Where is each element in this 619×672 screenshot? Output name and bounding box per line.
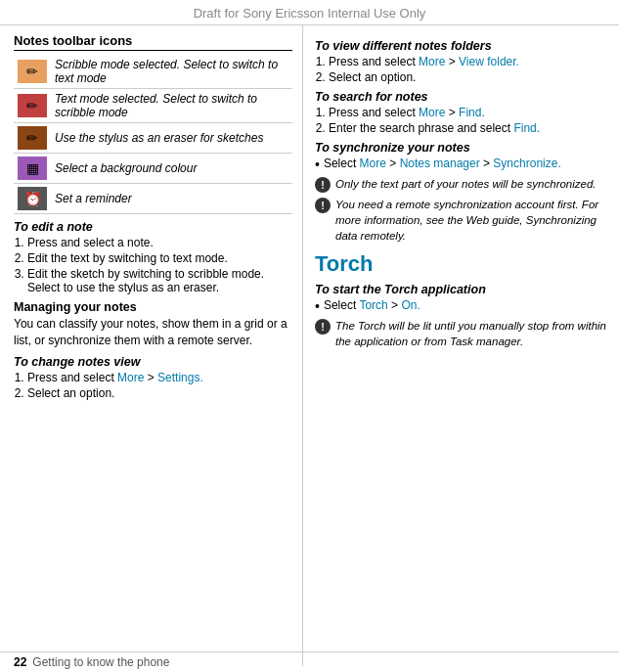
toolbar-row: ✏ Text mode selected. Select to switch t… <box>14 89 292 123</box>
edit-step-0: Press and select a note. <box>27 236 292 249</box>
warning-icon-2: ! <box>315 198 331 213</box>
sync-bullet-row: • Select More > Notes manager > Synchron… <box>315 157 609 173</box>
edit-step-1: Edit the text by switching to text mode. <box>27 251 292 265</box>
torch-bullet-row: • Select Torch > On. <box>315 298 609 315</box>
torch-heading: Torch <box>315 251 609 277</box>
torch-bullet-dot: • <box>315 298 320 315</box>
view-step-0: Press and select More > View folder. <box>329 55 609 68</box>
more-settings-link: More <box>117 371 144 384</box>
warning-icon-1: ! <box>315 177 331 193</box>
toolbar-section-title: Notes toolbar icons <box>14 33 292 51</box>
view-folders-heading: To view different notes folders <box>315 39 609 53</box>
toolbar-icon-0: ✏ <box>18 60 47 83</box>
torch-start-heading: To start the Torch application <box>315 283 609 296</box>
toolbar-desc-4: Set a reminder <box>51 184 292 214</box>
managing-body: You can classify your notes, show them i… <box>14 316 292 349</box>
main-layout: Notes toolbar icons ✏ Scribble mode sele… <box>0 25 619 666</box>
toolbar-table: ✏ Scribble mode selected. Select to swit… <box>14 55 292 214</box>
torch-bullet-text: Select Torch > On. <box>324 298 420 312</box>
toolbar-icon-4: ⏰ <box>18 187 47 210</box>
sync-warning-row: ! Only the text part of your notes will … <box>315 176 609 193</box>
footer-text: Getting to know the phone <box>32 655 169 669</box>
toolbar-icon-2: ✏ <box>18 126 47 150</box>
toolbar-icon-cell: ✏ <box>14 55 51 89</box>
managing-heading: Managing your notes <box>14 300 292 314</box>
torch-warning-row: ! The Torch will be lit until you manual… <box>315 318 609 349</box>
page-number: 22 <box>14 655 26 669</box>
toolbar-icon-cell: ▦ <box>14 154 51 184</box>
draft-header: Draft for Sony Ericsson Internal Use Onl… <box>0 0 619 25</box>
search-steps: Press and select More > Find.Enter the s… <box>315 106 609 135</box>
more-link: More <box>360 157 386 170</box>
synchronize-link: Synchronize. <box>493 157 560 170</box>
warning-icon-3: ! <box>315 319 331 335</box>
toolbar-icon-cell: ✏ <box>14 89 51 123</box>
view-folders-steps: Press and select More > View folder.Sele… <box>315 55 609 84</box>
toolbar-desc-3: Select a background colour <box>51 154 292 184</box>
toolbar-row: ✏ Scribble mode selected. Select to swit… <box>14 55 292 89</box>
toolbar-icon-1: ✏ <box>18 94 47 117</box>
settings-link: Settings. <box>157 371 203 384</box>
edit-note-steps: Press and select a note.Edit the text by… <box>14 236 292 294</box>
right-column: To view different notes folders Press an… <box>303 25 619 666</box>
sync-bullet-text: Select More > Notes manager > Synchroniz… <box>324 157 561 170</box>
toolbar-icon-3: ▦ <box>18 157 47 180</box>
toolbar-icon-cell: ⏰ <box>14 184 51 214</box>
edit-step-2: Edit the sketch by switching to scribble… <box>27 267 292 294</box>
footer-bar: 22 Getting to know the phone <box>0 651 619 672</box>
toolbar-row: ✏ Use the stylus as an eraser for sketch… <box>14 123 292 154</box>
toolbar-icon-cell: ✏ <box>14 123 51 154</box>
on-link: On. <box>401 298 420 312</box>
left-column: Notes toolbar icons ✏ Scribble mode sele… <box>0 25 303 666</box>
view-step-1: Select an option. <box>329 70 609 84</box>
torch-warning-text: The Torch will be lit until you manually… <box>335 318 609 349</box>
change-view-heading: To change notes view <box>14 355 292 369</box>
change-view-steps: Press and select More > Settings.Select … <box>14 371 292 400</box>
header-title: Draft for Sony Ericsson Internal Use Onl… <box>194 6 426 21</box>
toolbar-desc-1: Text mode selected. Select to switch to … <box>51 89 292 123</box>
sync-bullet-dot: • <box>315 157 320 173</box>
toolbar-desc-0: Scribble mode selected. Select to switch… <box>51 55 292 89</box>
sync-heading: To synchronize your notes <box>315 141 609 155</box>
notes-manager-link: Notes manager <box>400 157 480 170</box>
edit-note-heading: To edit a note <box>14 220 292 234</box>
toolbar-row: ▦ Select a background colour <box>14 154 292 184</box>
change-step-1: Select an option. <box>27 386 292 400</box>
remote-warning-row: ! You need a remote synchronization acco… <box>315 197 609 244</box>
change-step-0: Press and select More > Settings. <box>27 371 292 384</box>
toolbar-desc-2: Use the stylus as an eraser for sketches <box>51 123 292 154</box>
remote-warning-text: You need a remote synchronization accoun… <box>335 197 609 244</box>
sync-warning-text: Only the text part of your notes will be… <box>335 176 597 192</box>
search-step-1: Enter the search phrase and select Find. <box>329 121 609 135</box>
toolbar-row: ⏰ Set a reminder <box>14 184 292 214</box>
search-step-0: Press and select More > Find. <box>329 106 609 119</box>
search-heading: To search for notes <box>315 90 609 104</box>
torch-link: Torch <box>359 298 387 312</box>
